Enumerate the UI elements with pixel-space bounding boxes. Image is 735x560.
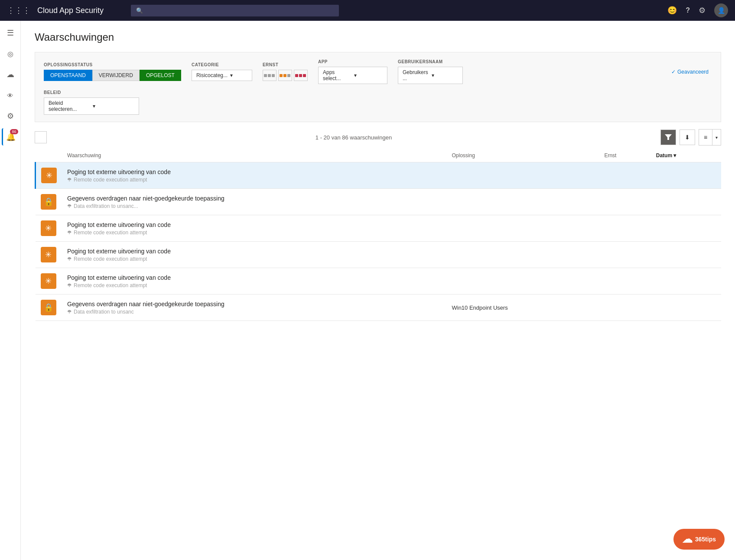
view-icon: ≡ bbox=[699, 129, 712, 145]
alert-severity-cell bbox=[599, 189, 650, 215]
alerts-table: Waarschuwing Oplossing Ernst Datum ▾ ✳ bbox=[35, 149, 721, 321]
sidebar-item-discover[interactable]: 👁 bbox=[2, 87, 19, 104]
status-label: OPLOSSINGSSTATUS bbox=[44, 62, 181, 67]
alert-title: Poging tot externe uitvoering van code bbox=[67, 221, 441, 228]
view-chevron-icon: ▾ bbox=[712, 129, 721, 145]
svg-marker-0 bbox=[665, 134, 672, 140]
alert-title-cell: Poging tot externe uitvoering van code 🌩… bbox=[62, 268, 446, 295]
alert-title-cell: Poging tot externe uitvoering van code 🌩… bbox=[62, 162, 446, 189]
status-btn-opgelost[interactable]: OPGELOST bbox=[140, 70, 181, 81]
alert-icon-cell: 🔒 bbox=[36, 295, 62, 321]
alert-resolution-cell bbox=[446, 215, 599, 242]
alert-title: Poging tot externe uitvoering van code bbox=[67, 248, 441, 255]
search-bar[interactable]: 🔍 bbox=[131, 5, 339, 16]
alert-date-cell bbox=[651, 215, 721, 242]
smiley-icon[interactable]: 😊 bbox=[667, 6, 677, 15]
cloud-subtitle-icon: 🌩 bbox=[67, 283, 72, 288]
alert-title: Poging tot externe uitvoering van code bbox=[67, 168, 441, 175]
layout: ☰ ◎ ☁ 👁 ⚙ 🔔 86 Waarschuwingen OPLOSSINGS… bbox=[0, 21, 735, 560]
filter-group-username: GEBRUIKERSNAAM Gebruikers ... ▾ bbox=[398, 59, 463, 84]
alert-icon: ✳ bbox=[41, 273, 56, 289]
sidebar-item-control[interactable]: ⚙ bbox=[2, 107, 19, 125]
alert-resolution-cell bbox=[446, 242, 599, 268]
alert-title-cell: Gegevens overdragen naar niet-goedgekeur… bbox=[62, 295, 446, 321]
alert-resolution-cell bbox=[446, 162, 599, 189]
filter-row-2: BELEID Beleid selecteren... ▾ bbox=[44, 90, 712, 115]
sidebar-item-alerts[interactable]: 🔔 86 bbox=[2, 128, 19, 146]
alert-title-cell: Poging tot externe uitvoering van code 🌩… bbox=[62, 215, 446, 242]
search-input[interactable] bbox=[146, 7, 334, 14]
alert-icon-cell: ✳ bbox=[36, 242, 62, 268]
table-row[interactable]: 🔒 Gegevens overdragen naar niet-goedgeke… bbox=[36, 189, 722, 215]
alert-resolution-cell: Win10 Endpoint Users bbox=[446, 295, 599, 321]
menu-icon: ☰ bbox=[7, 28, 14, 38]
branding-badge[interactable]: ☁ 365tips bbox=[673, 529, 725, 550]
alert-title: Gegevens overdragen naar niet-goedgekeur… bbox=[67, 301, 441, 308]
app-label: APP bbox=[318, 59, 387, 64]
username-chevron-icon: ▾ bbox=[432, 72, 458, 78]
category-select[interactable]: Risicocateg... ▾ bbox=[192, 70, 252, 81]
table-toolbar: 1 - 20 van 86 waarschuwingen ⬇ ≡ ▾ bbox=[35, 129, 721, 146]
table-row[interactable]: 🔒 Gegevens overdragen naar niet-goedgeke… bbox=[36, 295, 722, 321]
help-icon[interactable]: ? bbox=[686, 6, 690, 14]
alert-subtitle: 🌩 Remote code execution attempt bbox=[67, 282, 441, 288]
policy-select[interactable]: Beleid selecteren... ▾ bbox=[44, 97, 139, 115]
table-row[interactable]: ✳ Poging tot externe uitvoering van code… bbox=[36, 242, 722, 268]
severity-medium[interactable] bbox=[278, 70, 292, 81]
table-row[interactable]: ✳ Poging tot externe uitvoering van code… bbox=[36, 162, 722, 189]
alert-date-cell bbox=[651, 242, 721, 268]
alert-date-cell bbox=[651, 268, 721, 295]
status-btn-openstaand[interactable]: OPENSTAAND bbox=[44, 70, 92, 81]
username-select[interactable]: Gebruikers ... ▾ bbox=[398, 67, 463, 84]
page-title: Waarschuwingen bbox=[35, 31, 721, 43]
topnav: ⋮⋮⋮ Cloud App Security 🔍 😊 ? ⚙ 👤 bbox=[0, 0, 735, 21]
severity-icons bbox=[263, 70, 308, 81]
alert-icon-cell: ✳ bbox=[36, 268, 62, 295]
category-value: Risicocateg... bbox=[196, 72, 228, 78]
severity-high[interactable] bbox=[294, 70, 308, 81]
grid-icon[interactable]: ⋮⋮⋮ bbox=[7, 6, 30, 15]
main-content: Waarschuwingen OPLOSSINGSSTATUS OPENSTAA… bbox=[21, 21, 735, 560]
download-icon-btn[interactable]: ⬇ bbox=[680, 129, 695, 145]
alert-severity-cell bbox=[599, 295, 650, 321]
sidebar-item-dashboard[interactable]: ◎ bbox=[2, 45, 19, 62]
app-select[interactable]: Apps select... ▾ bbox=[318, 67, 387, 84]
select-all-checkbox[interactable] bbox=[35, 131, 47, 143]
col-severity: Ernst bbox=[599, 149, 650, 162]
nav-icons: 😊 ? ⚙ 👤 bbox=[667, 3, 728, 17]
alert-subtitle: 🌩 Remote code execution attempt bbox=[67, 256, 441, 262]
cloud-subtitle-icon: 🌩 bbox=[67, 230, 72, 235]
filter-bar: OPLOSSINGSSTATUS OPENSTAAND VERWIJDERD O… bbox=[35, 52, 721, 122]
alert-date-cell bbox=[651, 162, 721, 189]
alert-severity-cell bbox=[599, 215, 650, 242]
alert-title: Poging tot externe uitvoering van code bbox=[67, 274, 441, 281]
cloud-subtitle-icon: 🌩 bbox=[67, 204, 72, 209]
table-row[interactable]: ✳ Poging tot externe uitvoering van code… bbox=[36, 215, 722, 242]
severity-low[interactable] bbox=[263, 70, 276, 81]
policy-chevron-icon: ▾ bbox=[93, 103, 134, 109]
table-header-row: Waarschuwing Oplossing Ernst Datum ▾ bbox=[36, 149, 722, 162]
category-label: CATEGORIE bbox=[192, 62, 252, 67]
table-row[interactable]: ✳ Poging tot externe uitvoering van code… bbox=[36, 268, 722, 295]
col-date[interactable]: Datum ▾ bbox=[651, 149, 721, 162]
branding-label: 365tips bbox=[695, 536, 716, 543]
cloud-subtitle-icon: 🌩 bbox=[67, 177, 72, 182]
alert-subtitle: 🌩 Data exfiltration to unsanc... bbox=[67, 203, 441, 209]
sidebar-item-cloud[interactable]: ☁ bbox=[2, 66, 19, 83]
alert-severity-cell bbox=[599, 268, 650, 295]
cloud-nav-icon: ☁ bbox=[7, 70, 14, 79]
cloud-subtitle-icon: 🌩 bbox=[67, 256, 72, 262]
control-icon: ⚙ bbox=[7, 111, 14, 121]
status-btn-verwijderd[interactable]: VERWIJDERD bbox=[92, 70, 140, 81]
avatar[interactable]: 👤 bbox=[714, 3, 728, 17]
sidebar-item-menu[interactable]: ☰ bbox=[2, 24, 19, 42]
filter-group-status: OPLOSSINGSSTATUS OPENSTAAND VERWIJDERD O… bbox=[44, 62, 181, 81]
username-label: GEBRUIKERSNAAM bbox=[398, 59, 463, 64]
alert-subtitle: 🌩 Remote code execution attempt bbox=[67, 177, 441, 183]
filter-group-policy: BELEID Beleid selecteren... ▾ bbox=[44, 90, 139, 115]
settings-icon[interactable]: ⚙ bbox=[699, 6, 706, 15]
advanced-button[interactable]: ✓ Geavanceerd bbox=[668, 67, 712, 77]
view-split-btn[interactable]: ≡ ▾ bbox=[699, 129, 721, 146]
filter-icon-btn[interactable] bbox=[660, 129, 676, 145]
sidebar: ☰ ◎ ☁ 👁 ⚙ 🔔 86 bbox=[0, 21, 21, 560]
